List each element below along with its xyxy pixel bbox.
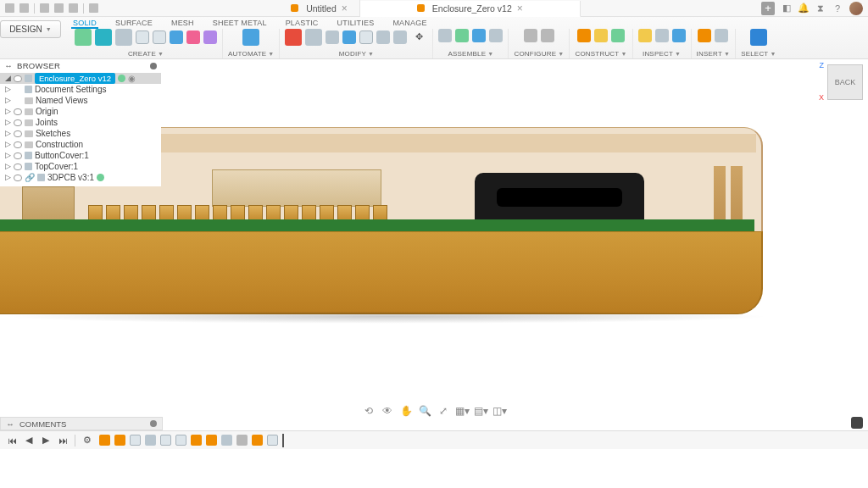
help-icon[interactable]: ? bbox=[832, 3, 843, 14]
chamfer-icon[interactable] bbox=[342, 30, 356, 44]
timeline-item[interactable] bbox=[206, 435, 217, 446]
timeline-item[interactable] bbox=[267, 435, 278, 446]
timeline-item[interactable] bbox=[221, 435, 232, 446]
visibility-icon[interactable] bbox=[14, 108, 22, 115]
chevron-down-icon[interactable]: ▼ bbox=[268, 51, 274, 57]
chevron-down-icon[interactable]: ▼ bbox=[158, 51, 164, 57]
close-icon[interactable]: × bbox=[517, 3, 523, 14]
tree-node-document-settings[interactable]: ▷Document Settings bbox=[0, 84, 161, 95]
timeline-item[interactable] bbox=[114, 435, 125, 446]
visibility-icon[interactable] bbox=[14, 175, 22, 181]
tree-node-buttoncover[interactable]: ▷ButtonCover:1 bbox=[0, 150, 161, 161]
axis-icon[interactable] bbox=[594, 29, 608, 42]
timeline-item[interactable] bbox=[99, 435, 110, 446]
notifications-icon[interactable]: 🔔 bbox=[798, 3, 809, 14]
chevron-down-icon[interactable]: ▼ bbox=[770, 51, 776, 57]
emboss-icon[interactable] bbox=[186, 30, 200, 44]
timeline-item[interactable] bbox=[236, 435, 248, 446]
visibility-icon[interactable] bbox=[14, 141, 22, 148]
joint-icon[interactable] bbox=[455, 29, 469, 42]
expand-icon[interactable]: ▷ bbox=[5, 150, 11, 161]
tree-node-named-views[interactable]: ▷Named Views bbox=[0, 95, 161, 106]
document-tab-enclosure[interactable]: Enclosure_Zero v12 × bbox=[360, 1, 581, 17]
ribbon-tab-utilities[interactable]: UTILITIES bbox=[337, 19, 375, 27]
context-radio-icon[interactable]: ◉ bbox=[128, 73, 136, 84]
tree-node-sketches[interactable]: ▷Sketches bbox=[0, 128, 161, 139]
visibility-icon[interactable] bbox=[14, 164, 22, 170]
pin-icon[interactable] bbox=[150, 420, 157, 427]
redo-icon[interactable] bbox=[69, 3, 78, 13]
press-pull-icon[interactable] bbox=[305, 29, 322, 46]
timeline-prev-button[interactable]: ◀ bbox=[24, 435, 34, 446]
expand-icon[interactable]: ▷ bbox=[5, 95, 11, 106]
chevron-down-icon[interactable]: ▼ bbox=[675, 51, 681, 57]
home-icon[interactable] bbox=[89, 3, 98, 13]
insert-derive-icon[interactable] bbox=[698, 29, 711, 42]
expand-icon[interactable]: ▷ bbox=[5, 117, 11, 128]
visibility-icon[interactable] bbox=[14, 152, 22, 159]
viewport-layout-icon[interactable]: ◫▾ bbox=[493, 405, 505, 417]
chevron-down-icon[interactable]: ▼ bbox=[487, 51, 493, 57]
comments-panel-header[interactable]: ↔ COMMENTS bbox=[0, 417, 163, 430]
select-icon[interactable] bbox=[750, 29, 767, 46]
combine-icon[interactable] bbox=[376, 30, 390, 44]
shell-icon[interactable] bbox=[359, 30, 373, 44]
extensions-icon[interactable]: ◧ bbox=[782, 3, 792, 14]
create-form-icon[interactable] bbox=[95, 29, 112, 46]
sweep-icon[interactable] bbox=[153, 30, 166, 44]
timeline-item[interactable] bbox=[145, 435, 156, 446]
ribbon-tab-mesh[interactable]: MESH bbox=[171, 19, 194, 27]
jobs-icon[interactable]: ⧗ bbox=[815, 3, 826, 14]
tree-node-construction[interactable]: ▷Construction bbox=[0, 139, 161, 150]
tree-node-3dpcb[interactable]: ▷🔗3DPCB v3:1 bbox=[0, 172, 161, 183]
collapse-icon[interactable]: ↔ bbox=[4, 61, 13, 70]
grid-settings-icon[interactable]: ▤▾ bbox=[475, 405, 487, 417]
hole-icon[interactable] bbox=[170, 30, 183, 44]
collapse-tree-icon[interactable]: ◢ bbox=[5, 73, 11, 84]
expand-icon[interactable]: ▷ bbox=[5, 139, 11, 150]
chevron-down-icon[interactable]: ▼ bbox=[368, 51, 374, 57]
tree-node-joints[interactable]: ▷Joints bbox=[0, 117, 161, 128]
new-tab-button[interactable]: + bbox=[761, 2, 775, 15]
document-tab-untitled[interactable]: Untitled × bbox=[279, 0, 360, 16]
automate-icon[interactable] bbox=[242, 29, 259, 46]
viewcube[interactable]: BACK bbox=[827, 64, 863, 100]
chevron-down-icon[interactable]: ▼ bbox=[724, 51, 730, 57]
as-built-joint-icon[interactable] bbox=[472, 29, 486, 42]
timeline-play-button[interactable]: ▶ bbox=[41, 435, 51, 446]
fit-icon[interactable]: ⤢ bbox=[437, 405, 449, 417]
timeline-item[interactable] bbox=[160, 435, 171, 446]
apps-icon[interactable] bbox=[5, 3, 14, 13]
chevron-down-icon[interactable]: ▼ bbox=[558, 51, 564, 57]
comments-fab-icon[interactable] bbox=[851, 417, 863, 429]
close-icon[interactable]: × bbox=[342, 3, 348, 14]
insert-mesh-icon[interactable] bbox=[715, 29, 728, 42]
ribbon-tab-solid[interactable]: SOLID bbox=[73, 19, 97, 27]
ribbon-tab-plastic[interactable]: PLASTIC bbox=[286, 19, 319, 27]
timeline-item[interactable] bbox=[130, 435, 141, 446]
zoom-icon[interactable]: 🔍 bbox=[419, 405, 431, 417]
new-component-icon[interactable] bbox=[438, 29, 452, 42]
timeline-item[interactable] bbox=[191, 435, 202, 446]
look-at-icon[interactable]: 👁 bbox=[381, 405, 393, 417]
expand-icon[interactable]: ▷ bbox=[5, 84, 11, 95]
user-avatar[interactable] bbox=[849, 2, 863, 15]
box-icon[interactable] bbox=[203, 30, 217, 44]
workspace-switcher-button[interactable]: DESIGN ▼ bbox=[0, 20, 60, 38]
delete-icon[interactable] bbox=[285, 29, 302, 46]
revolve-icon[interactable] bbox=[136, 30, 149, 44]
file-icon[interactable] bbox=[19, 3, 29, 13]
timeline-marker[interactable] bbox=[282, 434, 284, 447]
expand-icon[interactable]: ▷ bbox=[5, 106, 11, 117]
split-icon[interactable] bbox=[393, 30, 407, 44]
collapse-icon[interactable]: ↔ bbox=[6, 419, 14, 429]
tree-node-origin[interactable]: ▷Origin bbox=[0, 106, 161, 117]
parameters-icon[interactable] bbox=[541, 29, 554, 42]
tree-root[interactable]: ◢ Enclosure_Zero v12 ◉ bbox=[0, 73, 161, 84]
timeline-item[interactable] bbox=[252, 435, 263, 446]
display-settings-icon[interactable]: ▦▾ bbox=[456, 405, 468, 417]
timeline-settings-icon[interactable]: ⚙ bbox=[82, 435, 92, 446]
ribbon-tab-manage[interactable]: MANAGE bbox=[392, 19, 426, 27]
visibility-icon[interactable] bbox=[14, 75, 22, 82]
ribbon-tab-surface[interactable]: SURFACE bbox=[115, 19, 153, 27]
